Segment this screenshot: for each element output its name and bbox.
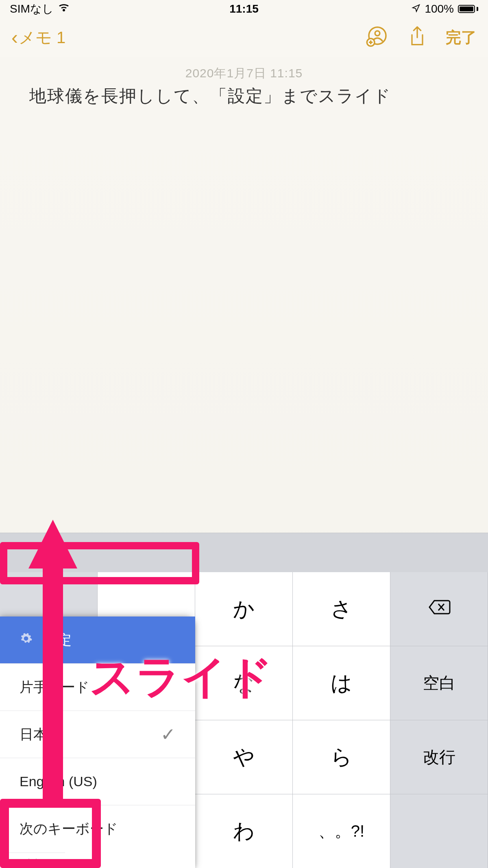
battery-percent: 100% (425, 2, 454, 15)
battery-icon (458, 5, 478, 13)
keyboard-suggestion-bar[interactable] (0, 533, 488, 572)
keyboard-switch-popup: 設定 片手モード 日本語 ✓ English (US) 次のキーボード (0, 617, 195, 868)
popup-settings-label: 設定 (44, 631, 72, 649)
location-arrow-icon (412, 2, 420, 15)
wifi-icon (58, 2, 70, 15)
popup-item-next[interactable]: 次のキーボード (0, 805, 195, 853)
key-ka[interactable]: か (195, 572, 293, 646)
done-button[interactable]: 完了 (446, 27, 477, 48)
key-return[interactable]: 改行 (390, 720, 488, 794)
gear-icon (20, 632, 33, 648)
key-return-2[interactable] (390, 794, 488, 868)
nav-bar: ‹ メモ 1 完了 (0, 18, 488, 57)
back-label: メモ 1 (19, 26, 65, 49)
key-ra[interactable]: ら (293, 720, 390, 794)
share-button[interactable] (408, 26, 426, 49)
popup-item-onehand[interactable]: 片手モード (0, 664, 195, 711)
popup-item-english[interactable]: English (US) (0, 758, 195, 805)
popup-onehand-label: 片手モード (20, 678, 89, 697)
carrier-text: SIMなし (10, 1, 54, 17)
popup-item-settings[interactable]: 設定 (0, 617, 195, 664)
collaborate-button[interactable] (366, 25, 389, 50)
svg-point-1 (375, 31, 380, 36)
popup-next-label: 次のキーボード (20, 820, 118, 838)
popup-japanese-label: 日本語 (20, 725, 61, 744)
delete-icon (428, 599, 451, 619)
popup-item-japanese[interactable]: 日本語 ✓ (0, 711, 195, 758)
key-punct[interactable]: 、。?! (293, 794, 390, 868)
status-bar: SIMなし 11:15 100% (0, 0, 488, 18)
key-na[interactable]: な (195, 646, 293, 720)
key-ya[interactable]: や (195, 720, 293, 794)
key-delete[interactable] (390, 572, 488, 646)
key-ha[interactable]: は (293, 646, 390, 720)
note-date: 2020年1月7日 11:15 (185, 65, 303, 82)
clock-text: 11:15 (229, 2, 259, 15)
check-icon: ✓ (161, 724, 176, 745)
key-wa[interactable]: わ (195, 794, 293, 868)
back-button[interactable]: ‹ メモ 1 (11, 26, 65, 49)
chevron-left-icon: ‹ (11, 28, 18, 47)
key-space[interactable]: 空白 (390, 646, 488, 720)
note-editor[interactable]: 2020年1月7日 11:15 地球儀を長押しして、「設定」までスライド (0, 57, 488, 610)
popup-english-label: English (US) (20, 774, 97, 789)
popup-tail (0, 853, 65, 868)
key-sa[interactable]: さ (293, 572, 390, 646)
keyboard: か さ な は 空白 や ら 改行 (0, 533, 488, 868)
